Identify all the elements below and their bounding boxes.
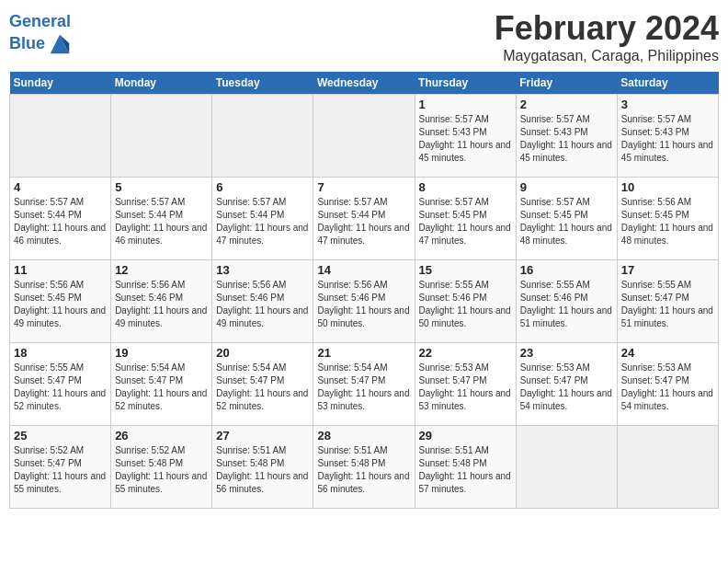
day-info: Sunrise: 5:55 AM Sunset: 5:46 PM Dayligh…: [520, 279, 613, 330]
calendar-cell: 5Sunrise: 5:57 AM Sunset: 5:44 PM Daylig…: [111, 178, 212, 260]
calendar-cell: 24Sunrise: 5:53 AM Sunset: 5:47 PM Dayli…: [617, 343, 718, 426]
calendar-cell: 13Sunrise: 5:56 AM Sunset: 5:46 PM Dayli…: [212, 260, 313, 343]
day-info: Sunrise: 5:51 AM Sunset: 5:48 PM Dayligh…: [216, 444, 309, 496]
logo-text-blue: Blue: [9, 35, 45, 53]
day-info: Sunrise: 5:55 AM Sunset: 5:46 PM Dayligh…: [419, 279, 512, 330]
header-cell-thursday: Thursday: [415, 72, 516, 95]
header-cell-saturday: Saturday: [617, 72, 718, 95]
day-number: 16: [520, 263, 613, 277]
calendar-cell: 26Sunrise: 5:52 AM Sunset: 5:48 PM Dayli…: [111, 426, 212, 509]
week-row-3: 11Sunrise: 5:56 AM Sunset: 5:45 PM Dayli…: [10, 260, 719, 343]
calendar-cell: [111, 95, 212, 178]
day-info: Sunrise: 5:56 AM Sunset: 5:45 PM Dayligh…: [621, 196, 714, 247]
day-info: Sunrise: 5:53 AM Sunset: 5:47 PM Dayligh…: [520, 362, 613, 413]
day-number: 7: [317, 180, 410, 194]
location-title: Maygatasan, Caraga, Philippines: [495, 48, 719, 64]
calendar-cell: 14Sunrise: 5:56 AM Sunset: 5:46 PM Dayli…: [313, 260, 415, 343]
day-info: Sunrise: 5:54 AM Sunset: 5:47 PM Dayligh…: [216, 362, 309, 413]
day-info: Sunrise: 5:57 AM Sunset: 5:43 PM Dayligh…: [520, 113, 613, 165]
week-row-2: 4Sunrise: 5:57 AM Sunset: 5:44 PM Daylig…: [10, 178, 719, 260]
week-row-1: 1Sunrise: 5:57 AM Sunset: 5:43 PM Daylig…: [10, 95, 719, 178]
calendar-cell: 22Sunrise: 5:53 AM Sunset: 5:47 PM Dayli…: [415, 343, 516, 426]
calendar-cell: 6Sunrise: 5:57 AM Sunset: 5:44 PM Daylig…: [212, 178, 313, 260]
day-number: 10: [621, 180, 714, 194]
day-info: Sunrise: 5:56 AM Sunset: 5:46 PM Dayligh…: [115, 279, 208, 330]
day-number: 6: [216, 180, 309, 194]
day-info: Sunrise: 5:56 AM Sunset: 5:46 PM Dayligh…: [317, 279, 410, 330]
calendar-cell: 21Sunrise: 5:54 AM Sunset: 5:47 PM Dayli…: [313, 343, 415, 426]
day-number: 14: [317, 263, 410, 277]
calendar-body: 1Sunrise: 5:57 AM Sunset: 5:43 PM Daylig…: [10, 95, 719, 509]
title-area: February 2024 Maygatasan, Caraga, Philip…: [495, 9, 719, 64]
calendar-cell: [10, 95, 111, 178]
day-number: 24: [621, 346, 714, 360]
day-number: 2: [520, 98, 613, 111]
calendar-cell: 4Sunrise: 5:57 AM Sunset: 5:44 PM Daylig…: [10, 178, 111, 260]
calendar-cell: [313, 95, 415, 178]
day-info: Sunrise: 5:57 AM Sunset: 5:44 PM Dayligh…: [115, 196, 208, 247]
day-info: Sunrise: 5:52 AM Sunset: 5:48 PM Dayligh…: [115, 444, 208, 496]
day-number: 9: [520, 180, 613, 194]
header-cell-monday: Monday: [111, 72, 212, 95]
day-number: 25: [14, 429, 107, 442]
calendar-cell: 18Sunrise: 5:55 AM Sunset: 5:47 PM Dayli…: [10, 343, 111, 426]
day-number: 28: [317, 429, 410, 442]
calendar-table: SundayMondayTuesdayWednesdayThursdayFrid…: [9, 72, 719, 509]
calendar-cell: 12Sunrise: 5:56 AM Sunset: 5:46 PM Dayli…: [111, 260, 212, 343]
day-number: 22: [419, 346, 512, 360]
day-number: 29: [419, 429, 512, 442]
calendar-cell: 7Sunrise: 5:57 AM Sunset: 5:44 PM Daylig…: [313, 178, 415, 260]
day-info: Sunrise: 5:51 AM Sunset: 5:48 PM Dayligh…: [419, 444, 512, 496]
day-number: 4: [14, 180, 107, 194]
calendar-cell: 19Sunrise: 5:54 AM Sunset: 5:47 PM Dayli…: [111, 343, 212, 426]
calendar-cell: 3Sunrise: 5:57 AM Sunset: 5:43 PM Daylig…: [617, 95, 718, 178]
day-number: 18: [14, 346, 107, 360]
day-info: Sunrise: 5:53 AM Sunset: 5:47 PM Dayligh…: [621, 362, 714, 413]
calendar-cell: 16Sunrise: 5:55 AM Sunset: 5:46 PM Dayli…: [516, 260, 617, 343]
day-number: 3: [621, 98, 714, 111]
day-number: 19: [115, 346, 208, 360]
day-number: 27: [216, 429, 309, 442]
day-info: Sunrise: 5:51 AM Sunset: 5:48 PM Dayligh…: [317, 444, 410, 496]
calendar-header-row: SundayMondayTuesdayWednesdayThursdayFrid…: [10, 72, 719, 95]
day-number: 12: [115, 263, 208, 277]
day-number: 15: [419, 263, 512, 277]
day-number: 21: [317, 346, 410, 360]
day-number: 8: [419, 180, 512, 194]
day-number: 23: [520, 346, 613, 360]
day-info: Sunrise: 5:56 AM Sunset: 5:45 PM Dayligh…: [14, 279, 107, 330]
day-info: Sunrise: 5:57 AM Sunset: 5:45 PM Dayligh…: [419, 196, 512, 247]
calendar-cell: 10Sunrise: 5:56 AM Sunset: 5:45 PM Dayli…: [617, 178, 718, 260]
day-info: Sunrise: 5:54 AM Sunset: 5:47 PM Dayligh…: [317, 362, 410, 413]
day-info: Sunrise: 5:53 AM Sunset: 5:47 PM Dayligh…: [419, 362, 512, 413]
month-title: February 2024: [495, 9, 719, 48]
day-info: Sunrise: 5:56 AM Sunset: 5:46 PM Dayligh…: [216, 279, 309, 330]
calendar-cell: 28Sunrise: 5:51 AM Sunset: 5:48 PM Dayli…: [313, 426, 415, 509]
calendar-cell: 25Sunrise: 5:52 AM Sunset: 5:47 PM Dayli…: [10, 426, 111, 509]
day-info: Sunrise: 5:57 AM Sunset: 5:44 PM Dayligh…: [14, 196, 107, 247]
day-info: Sunrise: 5:57 AM Sunset: 5:44 PM Dayligh…: [216, 196, 309, 247]
week-row-4: 18Sunrise: 5:55 AM Sunset: 5:47 PM Dayli…: [10, 343, 719, 426]
day-info: Sunrise: 5:55 AM Sunset: 5:47 PM Dayligh…: [621, 279, 714, 330]
day-number: 17: [621, 263, 714, 277]
calendar-cell: 8Sunrise: 5:57 AM Sunset: 5:45 PM Daylig…: [415, 178, 516, 260]
day-info: Sunrise: 5:57 AM Sunset: 5:44 PM Dayligh…: [317, 196, 410, 247]
day-number: 20: [216, 346, 309, 360]
day-number: 26: [115, 429, 208, 442]
logo-icon: [47, 31, 73, 57]
calendar-cell: [212, 95, 313, 178]
calendar-cell: 17Sunrise: 5:55 AM Sunset: 5:47 PM Dayli…: [617, 260, 718, 343]
header-cell-tuesday: Tuesday: [212, 72, 313, 95]
header-cell-wednesday: Wednesday: [313, 72, 415, 95]
logo-text: General: [9, 13, 73, 31]
day-info: Sunrise: 5:54 AM Sunset: 5:47 PM Dayligh…: [115, 362, 208, 413]
calendar-cell: [516, 426, 617, 509]
day-number: 11: [14, 263, 107, 277]
header-cell-sunday: Sunday: [10, 72, 111, 95]
day-number: 13: [216, 263, 309, 277]
day-info: Sunrise: 5:52 AM Sunset: 5:47 PM Dayligh…: [14, 444, 107, 496]
calendar-cell: 20Sunrise: 5:54 AM Sunset: 5:47 PM Dayli…: [212, 343, 313, 426]
calendar-cell: 9Sunrise: 5:57 AM Sunset: 5:45 PM Daylig…: [516, 178, 617, 260]
day-number: 5: [115, 180, 208, 194]
day-number: 1: [419, 98, 512, 111]
